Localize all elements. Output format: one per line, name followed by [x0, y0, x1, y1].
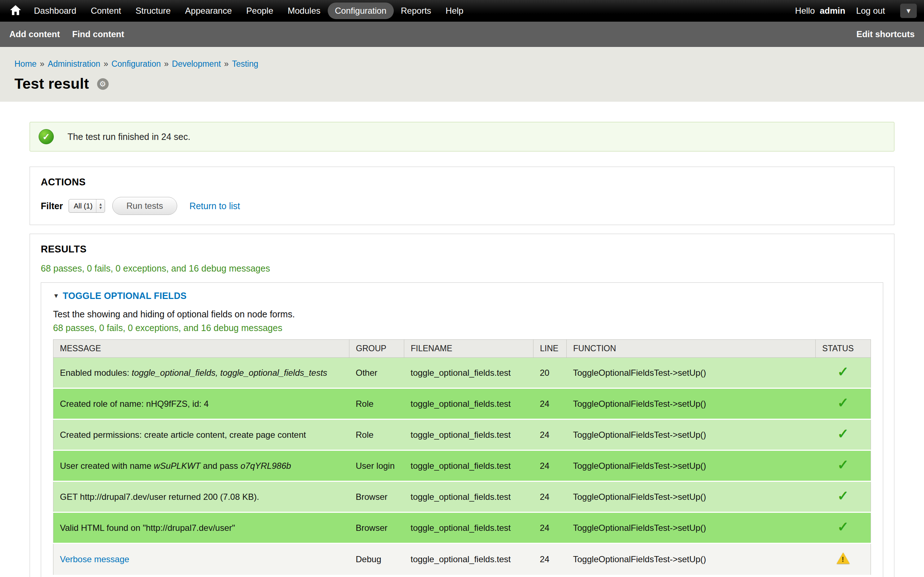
cell-line: 20	[533, 358, 567, 388]
toolbar-item-structure[interactable]: Structure	[128, 3, 178, 19]
cell-filename: toggle_optional_fields.test	[404, 513, 533, 543]
cell-filename: toggle_optional_fields.test	[404, 388, 533, 419]
result-row: Valid HTML found on "http://drupal7.dev/…	[53, 513, 871, 543]
admin-toolbar: DashboardContentStructureAppearancePeopl…	[0, 0, 924, 22]
run-tests-button[interactable]: Run tests	[112, 197, 177, 215]
cell-message: GET http://drupal7.dev/user returned 200…	[53, 482, 349, 513]
toolbar-item-appearance[interactable]: Appearance	[178, 3, 239, 19]
toolbar-item-dashboard[interactable]: Dashboard	[27, 3, 83, 19]
cell-status	[816, 543, 871, 575]
gear-icon: ⚙	[99, 80, 106, 89]
cell-function: ToggleOptionalFieldsTest->setUp()	[567, 388, 816, 419]
filter-select[interactable]: All (1) ▲ ▼	[69, 199, 105, 213]
cell-status: ✓	[816, 419, 871, 450]
column-header-group: GROUP	[349, 340, 404, 358]
cell-filename: toggle_optional_fields.test	[404, 419, 533, 450]
pass-check-icon: ✓	[837, 457, 849, 472]
cell-status: ✓	[816, 450, 871, 482]
cell-message: Created role of name: nHQ9fFZS, id: 4	[53, 388, 349, 419]
page-header: Home»Administration»Configuration»Develo…	[0, 47, 924, 102]
message-text: and pass	[200, 461, 241, 471]
message-text: User created with name	[60, 461, 154, 471]
message-text: wSuPLKWT	[154, 461, 200, 471]
toolbar-menu: DashboardContentStructureAppearancePeopl…	[27, 3, 471, 19]
breadcrumb-separator: »	[164, 59, 169, 69]
select-stepper-icon: ▲ ▼	[96, 200, 105, 213]
message-text: GET http://drupal7.dev/user returned 200…	[60, 492, 259, 501]
cell-line: 24	[533, 450, 567, 482]
results-heading: RESULTS	[41, 244, 883, 255]
test-group-fieldset: ▼ TOGGLE OPTIONAL FIELDS Test the showin…	[41, 282, 883, 577]
home-button[interactable]	[10, 5, 21, 16]
message-text: Created role of name: nHQ9fFZS, id: 4	[60, 399, 208, 409]
stepper-down-icon: ▼	[99, 206, 102, 210]
cell-line: 24	[533, 419, 567, 450]
shortcut-bar: Add contentFind content Edit shortcuts	[0, 22, 924, 47]
cell-group: Role	[349, 388, 404, 419]
column-header-filename: FILENAME	[404, 340, 533, 358]
cell-status: ✓	[816, 388, 871, 419]
logout-link[interactable]: Log out	[856, 6, 885, 16]
cell-filename: toggle_optional_fields.test	[404, 543, 533, 575]
toolbar-item-people[interactable]: People	[239, 3, 281, 19]
pass-check-icon: ✓	[837, 364, 849, 379]
contextual-gear-icon[interactable]: ⚙	[97, 78, 109, 90]
shortcut-find-content[interactable]: Find content	[72, 29, 124, 39]
breadcrumb-link-development[interactable]: Development	[172, 59, 221, 69]
username: admin	[820, 6, 845, 16]
cell-function: ToggleOptionalFieldsTest->setUp()	[567, 450, 816, 482]
pass-check-icon: ✓	[837, 426, 849, 442]
breadcrumb-link-home[interactable]: Home	[15, 59, 36, 69]
breadcrumb-separator: »	[103, 59, 108, 69]
result-row: Enabled modules: toggle_optional_fields,…	[53, 358, 871, 388]
cell-group: Other	[349, 358, 404, 388]
toolbar-item-help[interactable]: Help	[439, 3, 471, 19]
cell-line: 24	[533, 482, 567, 513]
edit-shortcuts-link[interactable]: Edit shortcuts	[856, 29, 914, 39]
cell-line: 24	[533, 388, 567, 419]
cell-group: User login	[349, 450, 404, 482]
pass-check-icon: ✓	[837, 519, 849, 534]
breadcrumb-link-testing[interactable]: Testing	[232, 59, 258, 69]
results-panel: RESULTS 68 passes, 0 fails, 0 exceptions…	[30, 234, 894, 577]
cell-function: ToggleOptionalFieldsTest->setUp()	[567, 543, 816, 575]
toolbar-item-configuration[interactable]: Configuration	[328, 3, 394, 19]
message-text: o7qYRL986b	[241, 461, 291, 471]
toolbar-toggle-button[interactable]: ▾	[900, 3, 917, 18]
warning-icon	[837, 553, 850, 564]
result-row: Verbose messageDebugtoggle_optional_fiel…	[53, 543, 871, 575]
cell-filename: toggle_optional_fields.test	[404, 482, 533, 513]
group-title-link[interactable]: TOGGLE OPTIONAL FIELDS	[63, 291, 187, 301]
message-text: toggle_optional_fields_tests	[220, 368, 327, 377]
breadcrumb-link-administration[interactable]: Administration	[48, 59, 100, 69]
column-header-status: STATUS	[816, 340, 871, 358]
actions-panel: ACTIONS Filter All (1) ▲ ▼ Run tests Ret…	[30, 167, 894, 225]
verbose-message-link[interactable]: Verbose message	[60, 554, 129, 564]
column-header-line: LINE	[533, 340, 567, 358]
toolbar-item-reports[interactable]: Reports	[394, 3, 439, 19]
greeting-prefix: Hello	[795, 6, 815, 16]
toolbar-item-modules[interactable]: Modules	[281, 3, 328, 19]
chevron-down-icon: ▾	[906, 6, 910, 16]
filter-row: Filter All (1) ▲ ▼ Run tests Return to l…	[41, 197, 883, 215]
breadcrumb-separator: »	[40, 59, 44, 69]
cell-status: ✓	[816, 513, 871, 543]
results-table: MESSAGEGROUPFILENAMELINEFUNCTIONSTATUS E…	[53, 339, 871, 576]
breadcrumb-link-configuration[interactable]: Configuration	[111, 59, 161, 69]
pass-check-icon: ✓	[837, 488, 849, 503]
group-title-row[interactable]: ▼ TOGGLE OPTIONAL FIELDS	[53, 291, 871, 301]
cell-message: Created permissions: create article cont…	[53, 419, 349, 450]
shortcut-add-content[interactable]: Add content	[10, 29, 60, 39]
cell-group: Browser	[349, 513, 404, 543]
toolbar-item-content[interactable]: Content	[83, 3, 128, 19]
collapse-arrow-icon: ▼	[53, 292, 59, 300]
cell-status: ✓	[816, 482, 871, 513]
message-text: Valid HTML found on "http://drupal7.dev/…	[60, 523, 235, 533]
greeting-text: Hello admin	[795, 6, 845, 16]
return-to-list-link[interactable]: Return to list	[189, 201, 240, 211]
main-content: ✓ The test run finished in 24 sec. ACTIO…	[0, 122, 924, 577]
title-row: Test result ⚙	[15, 76, 909, 92]
shortcut-list: Add contentFind content	[10, 29, 136, 39]
results-table-body: Enabled modules: toggle_optional_fields,…	[53, 358, 871, 575]
filter-label: Filter	[41, 201, 63, 211]
